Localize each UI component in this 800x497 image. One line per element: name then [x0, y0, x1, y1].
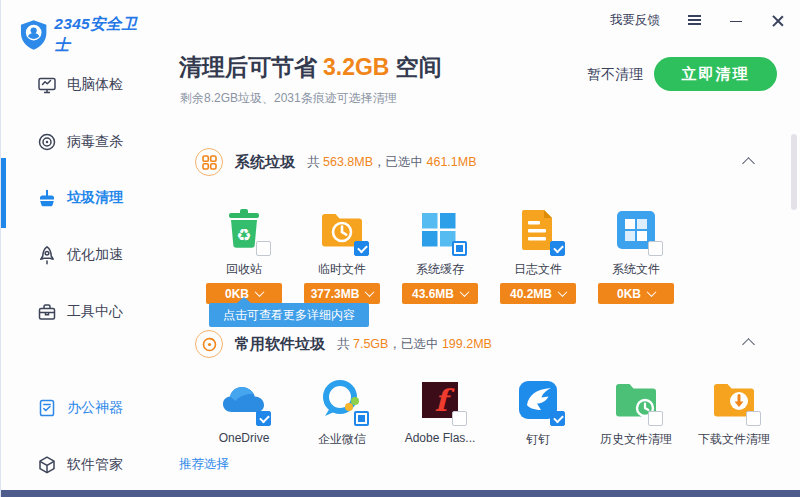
- tile-wecom[interactable]: 企业微信: [293, 376, 391, 448]
- sidebar-item-label: 病毒查杀: [67, 133, 123, 151]
- hamburger-menu-icon[interactable]: [686, 13, 702, 29]
- section-summary: 共 563.8MB，已选中 461.1MB: [307, 154, 477, 171]
- tile-label: 历史文件清理: [600, 431, 672, 448]
- sidebar-item-label: 软件管家: [67, 456, 123, 474]
- section-app-junk-header: 常用软件垃圾 共 7.5GB，已选中 199.2MB: [195, 330, 492, 358]
- sidebar-item-label: 垃圾清理: [67, 189, 123, 207]
- tile-label: 临时文件: [318, 261, 366, 278]
- title-prefix: 清理后可节省: [179, 54, 317, 80]
- tile-adobe-flash[interactable]: f Adobe Flas...: [391, 376, 489, 448]
- recommend-select-link[interactable]: 推荐选择: [179, 456, 229, 473]
- tile-label: 日志文件: [514, 261, 562, 278]
- cube-icon: [37, 455, 57, 475]
- tile-onedrive[interactable]: OneDrive: [195, 376, 293, 448]
- title-suffix: 空间: [395, 54, 441, 80]
- disc-icon: [195, 330, 223, 358]
- item-checkbox[interactable]: [452, 241, 467, 256]
- tile-system-cache[interactable]: 系统缓存 43.6MB: [391, 206, 489, 304]
- item-checkbox[interactable]: [648, 241, 663, 256]
- size-badge[interactable]: 40.2MB: [500, 283, 576, 304]
- tile-label: 系统缓存: [416, 261, 464, 278]
- tooltip: 点击可查看更多详细内容: [209, 303, 369, 327]
- sidebar-item-label: 电脑体检: [67, 76, 123, 94]
- tile-recycle-bin[interactable]: ♻ 回收站 0KB: [195, 206, 293, 304]
- sidebar: 2345安全卫士 电脑体检 病毒查杀 垃圾清理: [1, 0, 151, 490]
- collapse-section-2-icon[interactable]: [743, 336, 755, 348]
- tile-temp-files[interactable]: 临时文件 377.3MB: [293, 206, 391, 304]
- app-logo: 2345安全卫士: [19, 14, 151, 56]
- item-checkbox[interactable]: [256, 241, 271, 256]
- sidebar-item-speedup[interactable]: 优化加速: [1, 238, 151, 272]
- sidebar-item-office[interactable]: 办公神器: [1, 391, 151, 425]
- item-checkbox[interactable]: [746, 411, 761, 426]
- sidebar-item-label: 办公神器: [67, 399, 123, 417]
- chevron-down-icon: [365, 287, 375, 297]
- chevron-down-icon: [460, 287, 470, 297]
- titlebar-controls: 我要反馈: [610, 12, 786, 29]
- tile-label: 钉钉: [526, 431, 550, 448]
- item-checkbox[interactable]: [452, 411, 467, 426]
- tile-label: OneDrive: [219, 431, 270, 445]
- item-checkbox[interactable]: [256, 411, 271, 426]
- tile-download-clean[interactable]: 下载文件清理: [685, 376, 783, 448]
- broom-icon: [37, 188, 57, 208]
- sidebar-item-software[interactable]: 软件管家: [1, 448, 151, 482]
- size-badge[interactable]: 0KB: [598, 283, 674, 304]
- app-title: 2345安全卫士: [54, 14, 151, 56]
- size-badge[interactable]: 377.3MB: [304, 283, 380, 304]
- sidebar-item-checkup[interactable]: 电脑体检: [1, 68, 151, 102]
- monitor-icon: [37, 75, 57, 95]
- section-summary: 共 7.5GB，已选中 199.2MB: [337, 336, 492, 353]
- item-checkbox[interactable]: [550, 411, 565, 426]
- sidebar-item-virus-scan[interactable]: 病毒查杀: [1, 125, 151, 159]
- target-icon: [37, 132, 57, 152]
- collapse-section-1-icon[interactable]: [743, 155, 755, 167]
- chevron-down-icon: [558, 287, 568, 297]
- minimize-icon[interactable]: [728, 13, 744, 29]
- skip-clean-button[interactable]: 暂不清理: [587, 66, 643, 84]
- document-check-icon: [37, 398, 57, 418]
- tile-history-clean[interactable]: 历史文件清理: [587, 376, 685, 448]
- tile-label: 企业微信: [318, 431, 366, 448]
- section-title: 系统垃圾: [235, 153, 295, 172]
- shield-logo-icon: [19, 19, 48, 51]
- page-subtitle: 剩余8.2GB垃圾、2031条痕迹可选择清理: [180, 90, 397, 107]
- close-icon[interactable]: [770, 13, 786, 29]
- tile-log-files[interactable]: 日志文件 40.2MB: [489, 206, 587, 304]
- item-checkbox[interactable]: [550, 241, 565, 256]
- tile-label: Adobe Flas...: [405, 431, 476, 445]
- scrollbar-thumb[interactable]: [791, 134, 797, 210]
- item-checkbox[interactable]: [354, 241, 369, 256]
- tile-dingtalk[interactable]: 钉钉: [489, 376, 587, 448]
- item-checkbox[interactable]: [648, 411, 663, 426]
- sidebar-item-label: 工具中心: [67, 303, 123, 321]
- feedback-link[interactable]: 我要反馈: [610, 12, 660, 29]
- section-title: 常用软件垃圾: [235, 335, 325, 354]
- size-badge[interactable]: 43.6MB: [402, 283, 478, 304]
- tile-label: 系统文件: [612, 261, 660, 278]
- svg-text:♻: ♻: [236, 225, 251, 245]
- grid-icon: [195, 148, 223, 176]
- app-junk-tiles: OneDrive 企业微信 f Ado: [195, 376, 783, 448]
- toolbox-icon: [37, 302, 57, 322]
- taskbar-sliver: [1, 490, 800, 497]
- sidebar-item-tools[interactable]: 工具中心: [1, 295, 151, 329]
- app-window: 我要反馈 2345安全卫士 电脑体检: [0, 0, 800, 497]
- chevron-down-icon: [647, 287, 657, 297]
- chevron-down-icon: [255, 287, 265, 297]
- item-checkbox[interactable]: [354, 411, 369, 426]
- sidebar-item-cleanup[interactable]: 垃圾清理: [1, 181, 151, 215]
- section-system-junk-header: 系统垃圾 共 563.8MB，已选中 461.1MB: [195, 148, 477, 176]
- system-junk-tiles: ♻ 回收站 0KB 临时文件 377.3MB: [195, 206, 685, 304]
- tile-system-files[interactable]: 系统文件 0KB: [587, 206, 685, 304]
- rocket-icon: [37, 245, 57, 265]
- sidebar-item-label: 优化加速: [67, 246, 123, 264]
- page-title: 清理后可节省3.2GB空间: [179, 52, 441, 83]
- clean-now-button[interactable]: 立即清理: [654, 57, 777, 91]
- title-highlight: 3.2GB: [323, 54, 389, 80]
- tile-label: 下载文件清理: [698, 431, 770, 448]
- tile-label: 回收站: [226, 261, 262, 278]
